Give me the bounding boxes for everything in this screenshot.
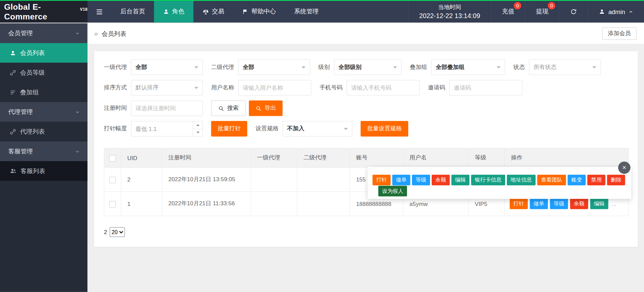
sidebar-group-service-management[interactable]: 客服管理 xyxy=(0,141,88,161)
sort-select[interactable]: 默认排序 xyxy=(131,80,203,96)
filter-inject-range-label: 打针幅度 xyxy=(104,125,127,132)
page-title: 会员列表 xyxy=(102,30,126,38)
status-select[interactable]: 所有状态 xyxy=(529,60,601,75)
filter-agent1: 一级代理 全部 xyxy=(104,60,203,75)
op-balance-button[interactable]: 余额 xyxy=(570,199,588,209)
nav-help-center-label: 帮助中心 xyxy=(251,8,276,15)
filter-agent2: 二级代理 全部 xyxy=(211,60,310,75)
sidebar-item-agent-list[interactable]: 代理列表 xyxy=(0,122,88,142)
invite-code-input[interactable] xyxy=(449,80,523,96)
nav-trade[interactable]: 交易 xyxy=(194,1,233,22)
username-input[interactable] xyxy=(238,80,311,96)
popup-edit-button[interactable]: 编辑 xyxy=(451,175,470,186)
link-icon xyxy=(10,129,16,135)
op-level-button[interactable]: 等级 xyxy=(550,199,568,209)
agent1-select[interactable]: 全部 xyxy=(131,60,203,75)
overlay-group-select[interactable]: 全部叠加组 xyxy=(431,60,505,75)
popup-view-team-button[interactable]: 查看团队 xyxy=(537,175,566,186)
row-checkbox[interactable] xyxy=(109,176,116,183)
user-name: admin xyxy=(608,8,625,15)
refresh-icon xyxy=(570,8,577,15)
status-select-value: 所有状态 xyxy=(534,64,557,71)
spec-select[interactable]: 不加入 xyxy=(282,121,352,137)
popup-address-button[interactable]: 地址信息 xyxy=(507,175,536,186)
app-logo: Global E-CommerceV18 xyxy=(0,1,88,22)
sidebar-group-label: 代理管理 xyxy=(8,108,33,116)
sidebar-group-member-management[interactable]: 会员管理 xyxy=(0,23,88,43)
filter-row-3: 注册时间 搜索 导出 xyxy=(104,100,629,116)
inject-range-stepper[interactable] xyxy=(131,121,203,137)
scale-icon xyxy=(203,8,209,15)
nav-system-label: 系统管理 xyxy=(294,8,319,15)
filter-overlay-group-label: 叠加组 xyxy=(410,64,427,71)
cell-agent1 xyxy=(251,192,297,216)
chevron-down-icon xyxy=(75,149,80,154)
op-order-button[interactable]: 做单 xyxy=(530,199,548,209)
local-time: 当地时间 2022-12-22 13:14:09 xyxy=(408,1,491,22)
filter-status-label: 状态 xyxy=(514,64,525,71)
cell-reg-time: 2022年10月21日 11:33:56 xyxy=(162,192,251,216)
popup-set-fake-button[interactable]: 设为假人 xyxy=(378,186,407,197)
recharge-label: 充值 xyxy=(502,8,515,15)
op-edit-button[interactable]: 编辑 xyxy=(590,199,608,209)
sidebar-item-label: 叠加组 xyxy=(20,88,39,96)
popup-disable-button[interactable]: 禁用 xyxy=(587,175,605,186)
filter-phone: 手机号码 xyxy=(320,80,420,96)
nav-system[interactable]: 系统管理 xyxy=(285,1,328,22)
level-select-value: 全部级别 xyxy=(338,64,362,71)
col-header-level: 等级 xyxy=(469,148,505,168)
nav-roles[interactable]: 角色 xyxy=(154,1,194,22)
inject-range-input[interactable] xyxy=(136,126,190,132)
export-button[interactable]: 导出 xyxy=(249,100,282,116)
withdraw-button[interactable]: 提现 0 xyxy=(525,1,559,22)
col-header-username: 用户名 xyxy=(403,148,469,168)
ops-more-indicator[interactable]: ... xyxy=(611,201,616,207)
level-select[interactable]: 全部级别 xyxy=(334,60,402,75)
reg-time-input[interactable] xyxy=(131,100,203,116)
phone-input[interactable] xyxy=(346,80,420,96)
search-button[interactable]: 搜索 xyxy=(211,100,246,116)
agent2-select[interactable]: 全部 xyxy=(238,60,310,75)
user-menu[interactable]: admin xyxy=(588,1,644,22)
popup-level-button[interactable]: 等级 xyxy=(412,175,430,186)
page-size-select[interactable]: 20 xyxy=(110,227,125,237)
popup-account-change-button[interactable]: 账变 xyxy=(568,175,586,186)
spinner-down-icon[interactable] xyxy=(193,129,203,136)
filter-phone-label: 手机号码 xyxy=(320,84,343,91)
op-inject-button[interactable]: 打针 xyxy=(510,199,528,209)
select-all-checkbox[interactable] xyxy=(109,155,116,161)
nav-help-center[interactable]: 帮助中心 xyxy=(233,1,285,22)
popup-bankcard-button[interactable]: 银行卡信息 xyxy=(471,175,505,186)
popup-balance-button[interactable]: 余额 xyxy=(432,175,450,186)
popup-delete-button[interactable]: 删除 xyxy=(607,175,625,186)
recharge-button[interactable]: 充值 0 xyxy=(491,1,525,22)
number-spinner xyxy=(193,121,202,136)
sidebar-item-member-list[interactable]: 会员列表 xyxy=(0,43,88,63)
popup-inject-button[interactable]: 打针 xyxy=(373,175,391,186)
menu-toggle-icon[interactable] xyxy=(88,1,111,22)
app-logo-text: Global E-Commerce xyxy=(4,2,78,21)
spinner-up-icon[interactable] xyxy=(193,121,203,129)
sidebar-group-agent-management[interactable]: 代理管理 xyxy=(0,102,88,122)
close-icon[interactable]: × xyxy=(618,161,631,174)
member-list-card: 一级代理 全部 二级代理 全部 级别 全部级别 叠加组 全部叠加组 状态 所 xyxy=(94,51,638,247)
withdraw-badge: 0 xyxy=(548,2,555,9)
batch-spec-button[interactable]: 批量设置规格 xyxy=(361,121,408,137)
sidebar-item-overlay-group[interactable]: 叠加组 xyxy=(0,82,88,102)
refresh-button[interactable] xyxy=(559,1,588,22)
filter-row-4: 打针幅度 批量打针 设置规格 不加入 批量设置规格 xyxy=(104,121,629,137)
popup-order-button[interactable]: 做单 xyxy=(392,175,410,186)
add-member-button[interactable]: 添加会员 xyxy=(602,27,637,40)
withdraw-label: 提现 xyxy=(536,8,548,15)
sidebar-item-service-list[interactable]: 客服列表 xyxy=(0,161,88,181)
filter-username: 用户名称 xyxy=(211,80,311,96)
agent2-select-value: 全部 xyxy=(243,64,254,71)
row-checkbox[interactable] xyxy=(109,201,116,208)
overlay-group-select-value: 全部叠加组 xyxy=(436,64,465,71)
breadcrumb-bar: » 会员列表 添加会员 xyxy=(88,23,644,44)
nav-dashboard[interactable]: 后台首页 xyxy=(111,1,154,22)
batch-inject-button[interactable]: 批量打针 xyxy=(211,121,247,137)
spec-select-value: 不加入 xyxy=(287,125,304,132)
sidebar-item-member-level[interactable]: 会员等级 xyxy=(0,63,88,82)
topbar: Global E-CommerceV18 后台首页 角色 交易 帮助中心 xyxy=(0,0,644,22)
